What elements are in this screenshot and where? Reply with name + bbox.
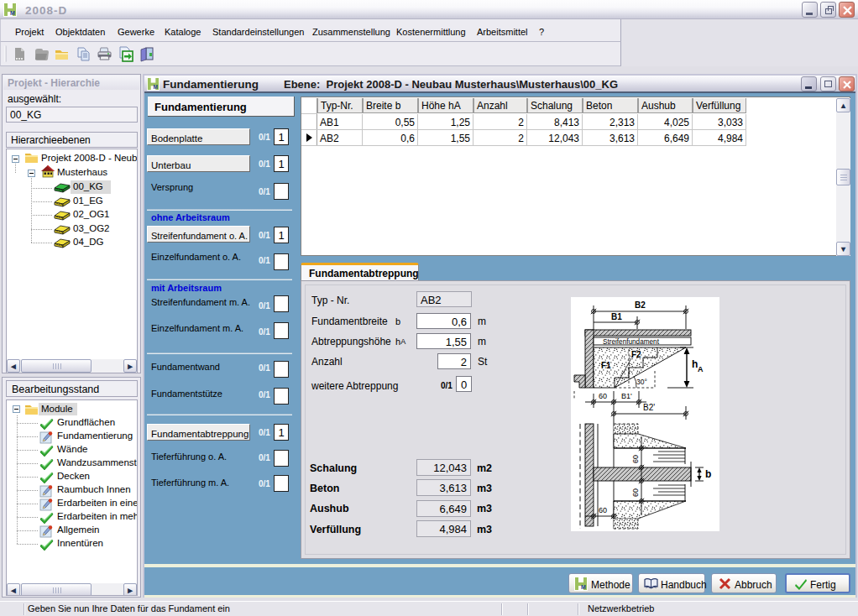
svg-text:B1: B1 (611, 312, 622, 321)
svg-text:Streifenfundament: Streifenfundament (603, 338, 660, 346)
svg-text:F1: F1 (601, 361, 611, 370)
svg-text:30°: 30° (636, 378, 647, 386)
svg-text:F2: F2 (631, 350, 641, 359)
svg-text:M: M (10, 10, 15, 16)
svg-text:B1': B1' (621, 392, 632, 400)
svg-text:B2': B2' (643, 403, 655, 412)
svg-text:M: M (154, 84, 159, 90)
svg-text:b: b (705, 468, 711, 480)
svg-text:M: M (581, 584, 586, 590)
svg-text:60: 60 (631, 455, 640, 463)
svg-text:A: A (698, 365, 704, 373)
svg-text:B2: B2 (635, 300, 646, 310)
svg-text:60: 60 (599, 392, 607, 400)
svg-text:60: 60 (599, 506, 607, 514)
svg-text:60: 60 (631, 488, 640, 497)
